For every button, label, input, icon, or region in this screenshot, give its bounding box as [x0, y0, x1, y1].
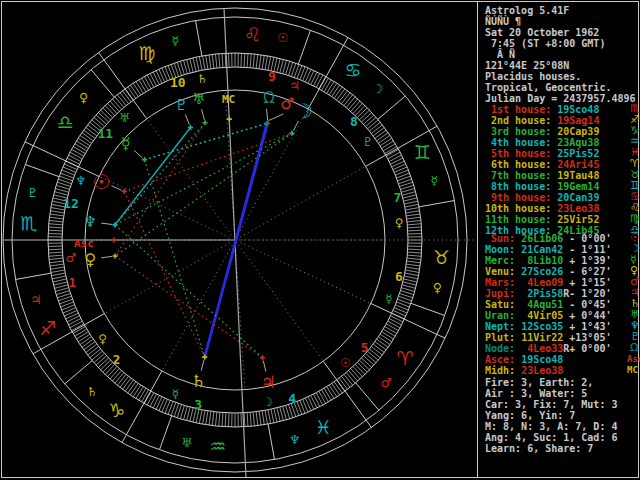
house-system: Placidus houses. — [485, 71, 581, 82]
planet-glyph-mercury-icon: ☿ — [121, 134, 131, 153]
planet-label: Venu: — [485, 266, 515, 277]
aspect-line-mercury-node — [145, 123, 267, 159]
daily-motion-value: + 1°15' — [563, 277, 611, 288]
house-ruler-sun-icon: ☉ — [340, 356, 351, 370]
planet-glyph-uranus-icon: ♅ — [192, 90, 205, 108]
planet-position-value: 12Sco35 — [515, 321, 563, 332]
pointer-saturn — [201, 360, 204, 371]
house-cusp-outer — [371, 304, 445, 339]
wheel-midheaven-label: MC — [222, 93, 235, 106]
house-cusp-inner — [235, 246, 245, 390]
planet-row-Sun: Sun: 26Lib06 - 0°00'☉ — [485, 233, 611, 244]
planet-position-value: 26Lib06 — [515, 233, 563, 244]
sign-boundary — [159, 416, 171, 450]
stats-row-0: Fire: 3, Earth: 2, — [485, 377, 593, 388]
stats-row-1: Air : 3, Water: 5 — [485, 388, 587, 399]
house-row-3: 3rd house: 20Cap39♑ — [485, 126, 599, 137]
planet-glyph-node-icon: Ω — [263, 89, 274, 107]
position-dot-saturn — [202, 355, 207, 360]
sign-boundary — [25, 164, 59, 176]
house-row-1: 1st house: 19Sco48♏ — [485, 104, 599, 115]
position-dot-sun — [122, 189, 127, 194]
capricorn-sign-icon: ♑ — [108, 399, 125, 421]
chart-coords: 121°44E 25°08N — [485, 60, 569, 71]
position-dot-ascendant-label — [111, 237, 116, 242]
house-number-3: 3 — [194, 397, 202, 412]
house-cusp-value: 20Can39 — [551, 192, 599, 203]
pointer-pluto — [185, 114, 189, 124]
sign-ruler-venus-icon: ♀ — [79, 90, 88, 105]
house-cusp-value: 19Sag14 — [551, 115, 599, 126]
stats-line: M: 8, N: 3, A: 7, D: 4 — [485, 421, 617, 432]
planet-row-Plut: Plut: 11Vir22 +13°05'♇ — [485, 332, 611, 343]
house-row-6: 6th house: 24Ari45♈ — [485, 159, 599, 170]
house-label: 7th house: — [485, 170, 551, 181]
house-number-5: 5 — [361, 340, 369, 355]
sign-ruler-mercury-icon: ☿ — [171, 33, 179, 48]
planet-position-value: 11Vir22 — [515, 332, 563, 343]
planet-position-value: 4Aqu51 — [515, 299, 563, 310]
house-cusp-value: 23Aqu38 — [551, 137, 599, 148]
sign-boundary — [65, 361, 92, 384]
stats-row-5: Ang: 4, Suc: 1, Cad: 6 — [485, 432, 617, 443]
stats-row-3: Yang: 6, Yin: 7 — [485, 410, 575, 421]
planet-row-Mars: Mars: 4Leo09 + 1°15'♂ — [485, 277, 611, 288]
sagittarius-sign-icon: ♐ — [39, 317, 56, 339]
house-cusp-inner — [238, 109, 308, 235]
house-number-6: 6 — [395, 269, 403, 284]
sign-ruler-venus-icon: ♀ — [433, 280, 442, 295]
sign-ruler-neptune-icon: ♆ — [289, 432, 300, 447]
house-ruler-saturn-icon: ♄ — [197, 72, 208, 86]
sign-boundary — [268, 424, 274, 459]
house-label: 11th house: — [485, 214, 551, 225]
position-dot-jupiter — [260, 355, 265, 360]
chart-time: 7:45 (ST +8:00 GMT) — [485, 38, 605, 49]
house-ruler-mercury-icon: ☿ — [385, 292, 392, 306]
gemini-sign-icon: ♊ — [414, 141, 431, 163]
planet-glyph-jupiter-icon: ♃ — [261, 372, 276, 392]
house-cusp-value: 19Tau48 — [551, 170, 599, 181]
planet-row-Node: Node: 4Leo33R+ 0°00'Ω — [485, 343, 611, 354]
daily-motion-value: +13°05' — [563, 332, 611, 343]
daily-motion-value: - 0°00' — [563, 233, 611, 244]
daily-motion-value: + 0°00' — [569, 343, 611, 354]
planet-row-Uran: Uran: 4Vir05 + 0°44'♅ — [485, 310, 611, 321]
house-cusp-inner — [240, 166, 365, 237]
house-row-7: 7th house: 19Tau48♉ — [485, 170, 599, 181]
house-ruler-uranus-icon: ♅ — [119, 111, 130, 125]
daily-motion-value: - 1°20' — [569, 288, 611, 299]
house-label: 5th house: — [485, 148, 551, 159]
house-row-9: 9th house: 20Can39♋ — [485, 192, 599, 203]
house-row-2: 2nd house: 19Sag14♐ — [485, 115, 599, 126]
sign-ruler-saturn-icon: ♄ — [87, 384, 98, 399]
pointer-jupiter — [263, 361, 266, 372]
app-title: Astrolog 5.41F — [485, 5, 569, 16]
zodiac-mode: Tropical, Geocentric. — [485, 82, 611, 93]
chart-info-panel: Astrolog 5.41F ÑÚÑÙ ¶ Sat 20 October 196… — [478, 0, 640, 480]
virgo-sign-icon: ♍ — [138, 42, 155, 64]
house-number-10: 10 — [170, 75, 186, 90]
house-row-5: 5th house: 25Pis52♓ — [485, 148, 599, 159]
planet-label: Uran: — [485, 310, 515, 321]
planet-label: Merc: — [485, 255, 515, 266]
house-label: 8th house: — [485, 181, 551, 192]
sign-ruler-pluto-icon: ♇ — [27, 185, 38, 200]
planet-label: Nept: — [485, 321, 515, 332]
sign-ruler-mercury-icon: ☿ — [430, 173, 438, 188]
house-cusp-value: 20Cap39 — [551, 126, 599, 137]
house-number-12: 12 — [63, 196, 79, 211]
aries-sign-icon: ♈ — [396, 347, 413, 369]
house-cusp-value: 19Gem14 — [551, 181, 599, 192]
house-number-8: 8 — [350, 114, 358, 129]
house-row-10: 10th house: 23Leo38♌ — [485, 203, 599, 214]
house-label: 9th house: — [485, 192, 551, 203]
pointer-mars — [268, 114, 283, 121]
house-cusp-inner — [99, 176, 229, 237]
house-cusp-inner — [239, 245, 324, 361]
chart-date: Sat 20 October 1962 — [485, 27, 599, 38]
stats-row-2: Car: 3, Fix: 7, Mut: 3 — [485, 399, 617, 410]
position-dot-moon — [289, 131, 294, 136]
aspect-line-jupiter-neptune — [115, 225, 263, 358]
planet-glyph-mars-icon: ♂ — [280, 94, 294, 113]
house-number-1: 1 — [69, 275, 77, 290]
